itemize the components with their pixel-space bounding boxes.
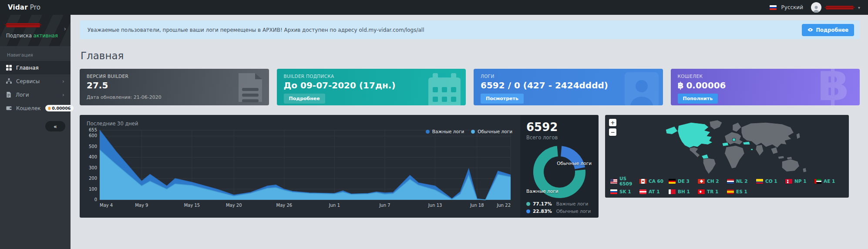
sidebar-item-label: Логи (16, 92, 29, 98)
sidebar-item-логи[interactable]: Логи› (0, 88, 71, 101)
country-item-np: NP 1 (785, 176, 814, 186)
total-logs-value: 6592 (526, 121, 592, 134)
alert-text: Уважаемые пользователи, прошлые ваши лог… (87, 27, 424, 33)
sidebar-item-главная[interactable]: Главная (0, 61, 71, 74)
sidebar-item-label: Главная (16, 65, 39, 71)
alert-button-label: Подробнее (816, 27, 848, 33)
ca-flag-icon (639, 179, 646, 184)
logs-view-button[interactable]: Посмотреть (481, 94, 524, 104)
de-flag-icon (669, 179, 676, 184)
main-content: Уважаемые пользователи, прошлые ваши лог… (71, 15, 868, 249)
alert-details-button[interactable]: Подробнее (802, 24, 854, 36)
donut-label-important: Важные логи (526, 188, 558, 194)
brand-bold: Vidar (8, 3, 28, 11)
profile-block: Подписка активная › (0, 15, 71, 46)
logs-area-chart-panel: Последние 30 дней Важные логиОбычные лог… (80, 115, 520, 218)
legend-item[interactable]: Обычные логи (471, 129, 512, 134)
svg-text:Jun 18: Jun 18 (470, 203, 484, 208)
legend-item[interactable]: Важные логи (426, 129, 464, 134)
map-zoom-out-button[interactable]: − (609, 128, 616, 136)
sidebar-item-label: Сервисы (16, 78, 40, 84)
map-zoom-in-button[interactable]: + (609, 119, 616, 126)
brand-light: Pro (30, 3, 40, 11)
svg-text:Jun 22: Jun 22 (496, 203, 511, 208)
sidebar: Подписка активная › Навигация ГлавнаяСер… (0, 15, 71, 249)
card-logs: ЛОГИ 6592 / 0 (427 - 2424dddd) Посмотрет… (474, 69, 663, 105)
svg-text:655: 655 (89, 128, 97, 132)
svg-text:Jun 13: Jun 13 (428, 203, 442, 208)
card-sub: Дата обновления: 21-06-2020 (87, 94, 262, 100)
sk-flag-icon (610, 189, 617, 194)
sitemap-icon (6, 78, 12, 84)
sidebar-collapse-button[interactable]: « (45, 121, 65, 131)
card-value: 6592 / 0 (427 - 2424dddd) (481, 80, 656, 91)
brand-logo[interactable]: Vidar Pro (8, 3, 40, 11)
subscription-details-button[interactable]: Подробнее (284, 94, 325, 104)
subscription-line: Подписка активная (6, 33, 64, 39)
donut-chart[interactable]: Обычные логи Важные логи (526, 143, 592, 202)
chevron-right-icon: › (62, 91, 64, 98)
card-builder-subscription: BUILDER ПОДПИСКА До 09-07-2020 (17дн.) П… (277, 69, 466, 105)
subscription-status: активная (34, 33, 58, 39)
logs-stats-panel: 6592 Всего логов Обычные логи Важные лог… (520, 115, 599, 218)
sidebar-item-кошелек[interactable]: Кошелек฿0.00006 (0, 101, 71, 115)
svg-text:Jun 1: Jun 1 (329, 203, 340, 208)
language-selector[interactable]: Русский (770, 4, 803, 10)
sidebar-item-сервисы[interactable]: Сервисы› (0, 74, 71, 88)
svg-text:May 26: May 26 (276, 203, 293, 208)
geo-map-panel: + − (605, 115, 849, 198)
card-label: ЛОГИ (481, 74, 656, 79)
country-item-co: CO 1 (756, 176, 785, 186)
avatar[interactable] (811, 2, 821, 13)
page-title: Главная (81, 50, 859, 61)
wallet-balance: 0.00006 (686, 80, 726, 91)
card-builder-version: ВЕРСИЯ BUILDER 27.5 Дата обновления: 21-… (80, 69, 269, 105)
country-list: US 6509CA 60DE 3CH 2NL 2CO 1NP 1AE 1SK 1… (610, 176, 844, 194)
card-value: 27.5 (87, 80, 262, 91)
svg-text:300: 300 (89, 165, 97, 170)
np-flag-icon (785, 179, 792, 184)
chart-legend: Важные логиОбычные логи (426, 129, 512, 134)
card-wallet: КОШЕЛЕК ฿ 0.00006 Пополнить ฿ (671, 69, 860, 105)
ae-flag-icon (814, 179, 821, 184)
topbar: Vidar Pro Русский ▾ (0, 0, 868, 15)
wallet-balance-badge: ฿0.00006 (45, 105, 74, 111)
country-item-nl: NL 2 (727, 176, 756, 186)
svg-text:May 20: May 20 (226, 203, 242, 208)
country-item-ae: AE 1 (814, 176, 844, 186)
svg-text:500: 500 (89, 144, 97, 149)
svg-text:Jun 7: Jun 7 (379, 203, 390, 208)
card-label: КОШЕЛЕК (678, 74, 853, 79)
country-item-ca: CA 60 (639, 176, 669, 186)
nav-list: ГлавнаяСервисы›Логи›Кошелек฿0.00006 (0, 61, 71, 115)
country-item-us: US 6509 (610, 176, 639, 186)
russia-flag-icon (770, 5, 777, 10)
co-flag-icon (756, 179, 763, 184)
wallet-topup-button[interactable]: Пополнить (678, 94, 718, 104)
at-flag-icon (639, 189, 646, 194)
country-item-de: DE 3 (669, 176, 698, 186)
nav-header: Навигация (0, 46, 71, 61)
bitcoin-symbol: ฿ (678, 80, 684, 91)
area-chart[interactable]: 0100200300400500600655May 4May 9May 15Ma… (87, 127, 513, 210)
svg-text:400: 400 (89, 155, 97, 159)
country-item-tr: TR 1 (698, 189, 727, 194)
language-label: Русский (781, 4, 803, 10)
profile-username-redacted (6, 23, 40, 27)
username-redacted[interactable] (826, 6, 854, 10)
chevron-down-icon[interactable]: ▾ (858, 5, 860, 10)
summary-cards: ВЕРСИЯ BUILDER 27.5 Дата обновления: 21-… (80, 69, 860, 105)
country-item-ch: CH 2 (698, 176, 727, 186)
us-flag-icon (610, 179, 617, 184)
subscription-prefix: Подписка (6, 33, 32, 39)
dashboard-screen: Vidar Pro Русский ▾ Подписка активная (0, 0, 868, 249)
donut-legend: 77.17%Важные логи22.83%Обычные логи (526, 201, 591, 214)
card-label: BUILDER ПОДПИСКА (284, 74, 459, 79)
chevron-right-icon[interactable]: › (64, 25, 66, 32)
donut-legend-item: 77.17%Важные логи (526, 201, 591, 206)
donut-label-regular: Обычные логи (557, 161, 592, 166)
ch-flag-icon (698, 179, 705, 184)
world-map[interactable] (609, 118, 844, 174)
svg-text:0: 0 (94, 197, 97, 202)
chart-title: Последние 30 дней (87, 121, 513, 127)
